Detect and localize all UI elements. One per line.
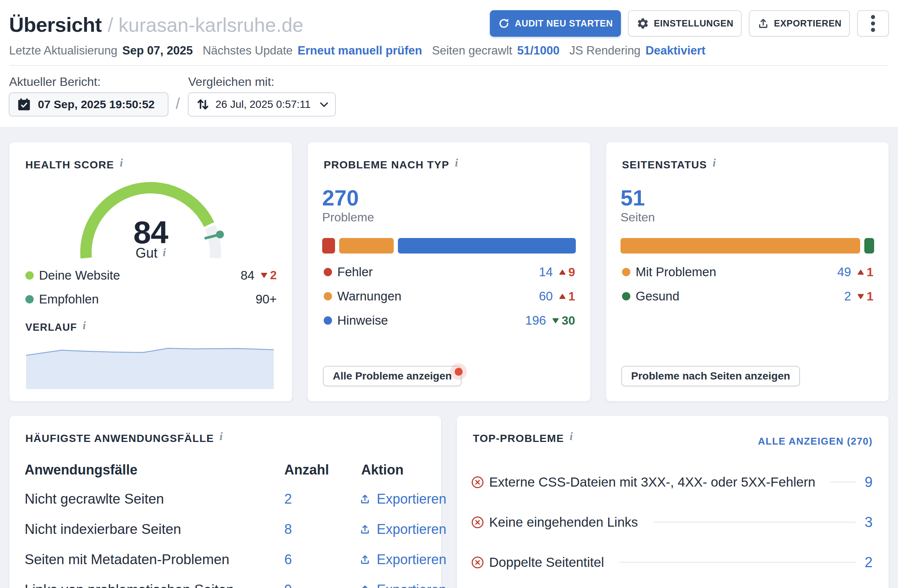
column-use-cases: Anwendungsfälle xyxy=(25,462,137,478)
issues-total: 270 xyxy=(322,187,359,209)
calendar-icon xyxy=(17,97,31,112)
site-audit-overview-page: Übersicht / kurasan-karlsruhe.de AUDIT N… xyxy=(0,0,898,588)
info-icon[interactable] xyxy=(120,157,123,168)
use-case-count[interactable]: 2 xyxy=(284,491,292,507)
legend-label: Hinweise xyxy=(337,313,388,328)
top-issue-row: Externe CSS-Dateien mit 3XX-, 4XX- oder … xyxy=(471,462,873,502)
use-cases-table-body: Nicht gecrawlte Seiten2ExportierenNicht … xyxy=(25,484,426,588)
view-all-issues-link[interactable]: ALLE ANZEIGEN (270) xyxy=(758,436,873,447)
legend-delta-value: 2 xyxy=(270,268,277,282)
legend-label: Fehler xyxy=(337,265,373,279)
health-score-legend: Deine Website842Empfohlen90+ xyxy=(25,263,277,311)
meta-item: Nächstes UpdateErneut manuell prüfen xyxy=(203,44,422,58)
top-issue-label[interactable]: Keine eingehenden Links xyxy=(489,515,638,530)
legend-value[interactable]: 2 xyxy=(844,289,851,303)
info-icon[interactable] xyxy=(163,246,166,258)
legend-row: Deine Website842 xyxy=(25,263,277,287)
page-status-card: SEITENSTATUS 51 Seiten Mit Problemen491G… xyxy=(606,142,889,401)
export-link[interactable]: Exportieren xyxy=(359,491,446,507)
top-issue-label[interactable]: Doppelte Seitentitel xyxy=(489,555,604,570)
legend-dot-icon xyxy=(25,295,34,303)
compare-report-dropdown[interactable]: 26 Jul, 2025 0:57:11 xyxy=(188,92,336,117)
meta-value[interactable]: Erneut manuell prüfen xyxy=(298,44,422,58)
legend-dot-icon xyxy=(622,292,630,300)
issues-legend: Fehler149Warnungen601Hinweise19630 xyxy=(324,260,575,333)
top-issue-count[interactable]: 3 xyxy=(861,514,873,530)
bar-segment-warnungen xyxy=(339,238,394,254)
pages-total-unit: Seiten xyxy=(620,210,655,224)
legend-value[interactable]: 49 xyxy=(837,265,851,279)
upload-icon xyxy=(757,17,769,30)
page-header: Übersicht / kurasan-karlsruhe.de AUDIT N… xyxy=(0,0,898,127)
legend-value: 90+ xyxy=(256,292,277,306)
use-case-count[interactable]: 6 xyxy=(284,552,292,568)
restart-audit-button[interactable]: AUDIT NEU STARTEN xyxy=(490,10,621,37)
meta-label: Seiten gecrawlt xyxy=(432,44,512,58)
top-issues-title: TOP-PROBLEME xyxy=(473,432,573,445)
bar-segment-gesund xyxy=(864,238,874,254)
legend-row: Warnungen601 xyxy=(324,284,575,308)
meta-item: Seiten gecrawlt51/1000 xyxy=(432,44,560,58)
legend-dot-icon xyxy=(324,268,332,276)
breadcrumb-separator: / xyxy=(108,14,113,36)
legend-row: Fehler149 xyxy=(324,260,575,284)
legend-dot-icon xyxy=(324,292,332,300)
legend-label: Deine Website xyxy=(39,268,120,283)
use-cases-table-header: Anwendungsfälle Anzahl Aktion xyxy=(25,462,426,478)
meta-value[interactable]: Deaktiviert xyxy=(645,44,706,58)
use-case-count[interactable]: 9 xyxy=(284,582,292,588)
legend-delta-value: 1 xyxy=(568,289,575,303)
legend-value-group: 491 xyxy=(837,265,873,279)
legend-row: Empfohlen90+ xyxy=(25,287,277,311)
info-icon[interactable] xyxy=(220,431,223,442)
use-case-count[interactable]: 8 xyxy=(284,521,292,537)
more-options-button[interactable] xyxy=(857,10,889,37)
info-icon[interactable] xyxy=(455,157,458,168)
top-issue-count[interactable]: 2 xyxy=(861,554,873,571)
top-issues-list: Externe CSS-Dateien mit 3XX-, 4XX- oder … xyxy=(471,462,873,582)
show-all-issues-button[interactable]: Alle Probleme anzeigen xyxy=(323,366,461,386)
meta-item: Letzte AktualisierungSep 07, 2025 xyxy=(9,44,193,58)
upload-icon xyxy=(359,524,371,535)
current-report-value: 07 Sep, 2025 19:50:52 xyxy=(38,98,155,111)
export-label: EXPORTIEREN xyxy=(774,18,842,29)
export-label: Exportieren xyxy=(377,582,446,588)
legend-row: Gesund21 xyxy=(622,284,873,308)
meta-label: Nächstes Update xyxy=(203,44,293,58)
use-case-row: Nicht indexierbare Seiten8Exportieren xyxy=(25,514,426,544)
legend-label: Warnungen xyxy=(337,289,401,303)
top-issue-label[interactable]: Externe CSS-Dateien mit 3XX-, 4XX- oder … xyxy=(489,474,815,490)
info-icon[interactable] xyxy=(570,431,573,442)
bar-segment-mit-problemen xyxy=(620,238,860,254)
info-icon[interactable] xyxy=(713,157,716,168)
triangle-up-icon xyxy=(857,269,864,275)
health-score-title: HEALTH SCORE xyxy=(25,159,123,171)
status-legend: Mit Problemen491Gesund21 xyxy=(622,260,873,308)
legend-value[interactable]: 196 xyxy=(525,313,546,328)
export-link[interactable]: Exportieren xyxy=(359,582,446,588)
legend-delta-value: 9 xyxy=(568,265,575,279)
meta-label: Letzte Aktualisierung xyxy=(9,44,117,58)
health-score-verdict: Gut xyxy=(75,245,226,261)
current-report-picker[interactable]: 07 Sep, 2025 19:50:52 xyxy=(9,92,168,117)
pages-total: 51 xyxy=(620,187,645,209)
info-icon[interactable] xyxy=(83,320,86,332)
error-circle-icon xyxy=(471,476,484,488)
use-case-row: Seiten mit Metadaten-Problemen6Exportier… xyxy=(25,544,426,575)
export-link[interactable]: Exportieren xyxy=(359,521,446,537)
meta-value: Sep 07, 2025 xyxy=(122,44,193,58)
export-button[interactable]: EXPORTIEREN xyxy=(749,10,850,37)
kebab-icon xyxy=(871,15,875,32)
triangle-up-icon xyxy=(559,294,566,299)
settings-button[interactable]: EINSTELLUNGEN xyxy=(628,10,742,37)
export-link[interactable]: Exportieren xyxy=(359,552,446,568)
issues-by-pages-button[interactable]: Probleme nach Seiten anzeigen xyxy=(621,366,800,386)
top-issue-count[interactable]: 9 xyxy=(861,474,873,490)
legend-value[interactable]: 60 xyxy=(539,289,553,303)
issues-by-type-title: PROBLEME NACH TYP xyxy=(324,159,458,171)
meta-value[interactable]: 51/1000 xyxy=(517,44,560,58)
compare-arrows-icon xyxy=(195,97,210,112)
legend-value[interactable]: 14 xyxy=(539,265,553,279)
header-divider xyxy=(9,65,889,66)
column-count: Anzahl xyxy=(284,462,329,478)
